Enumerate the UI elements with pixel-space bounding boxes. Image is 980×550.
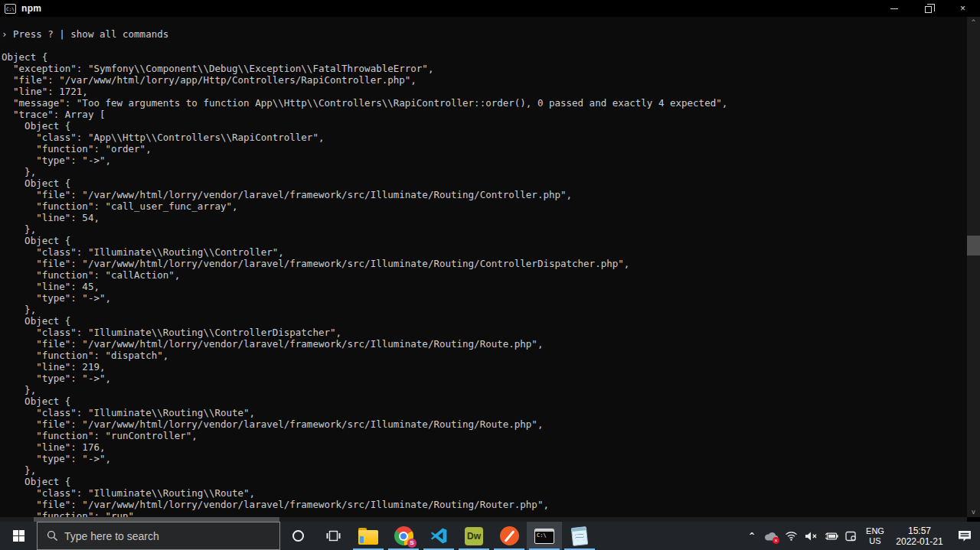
language-region: US	[869, 536, 880, 546]
terminal-line: "file": "/var/www/html/lorry/vendor/lara…	[2, 189, 967, 200]
terminal-line: "function": "run",	[2, 510, 967, 517]
scroll-down-icon[interactable]: v	[967, 506, 980, 517]
terminal-line: "class": "Illuminate\\Routing\\Route",	[2, 407, 967, 418]
clock[interactable]: 15:57 2022-01-21	[890, 522, 949, 550]
terminal-line	[2, 40, 967, 51]
terminal-line: "class": "Illuminate\\Routing\\Controlle…	[2, 327, 967, 338]
vertical-scrollbar[interactable]: ^ v	[967, 17, 980, 517]
minimize-icon	[890, 8, 898, 9]
terminal-line: Object {	[2, 177, 967, 189]
command-prompt-button[interactable]: C:\	[527, 522, 562, 550]
taskbar-search[interactable]	[37, 522, 280, 550]
onedrive-button[interactable]: ×	[761, 522, 781, 550]
onedrive-error-badge: ×	[773, 537, 779, 544]
terminal-line: "type": "->",	[2, 292, 967, 304]
terminal-line: Object {	[2, 315, 967, 327]
cmd-window-icon: C:\	[5, 4, 16, 14]
action-center-icon	[958, 530, 972, 542]
terminal-prompt-line: › Press ? | show all commands	[2, 28, 967, 40]
terminal-line: "class": "Illuminate\\Routing\\Controlle…	[2, 246, 967, 258]
terminal-line: "file": "/var/www/html/lorry/app/Http/Co…	[2, 74, 967, 86]
terminal-line: "function": "runController",	[2, 430, 967, 441]
postman-button[interactable]	[492, 522, 527, 550]
terminal-line: "type": "->",	[2, 155, 967, 166]
taskbar: S Dw C:\ ^ ×	[0, 522, 980, 550]
tray-expand-button[interactable]: ^	[743, 522, 761, 550]
system-tray: ^ ×	[743, 522, 980, 550]
volume-muted-icon	[805, 531, 818, 542]
action-center-button[interactable]	[949, 522, 980, 550]
windows-logo-icon	[13, 530, 24, 542]
terminal-line: "file": "/var/www/html/lorry/vendor/lara…	[2, 258, 967, 269]
language-indicator[interactable]: ENG US	[861, 522, 890, 550]
vscode-icon	[430, 526, 449, 545]
terminal-line: "file": "/var/www/html/lorry/vendor/lara…	[2, 418, 967, 430]
terminal-line: "file": "/var/www/html/lorry/vendor/lara…	[2, 499, 967, 510]
cortana-button[interactable]	[280, 522, 315, 550]
terminal-line: "line": 176,	[2, 441, 967, 453]
terminal-line: "class": "Illuminate\\Routing\\Route",	[2, 487, 967, 499]
terminal-line: "function": "callAction",	[2, 269, 967, 281]
terminal-output: › Press ? | show all commands Object { "…	[0, 17, 967, 517]
file-explorer-button[interactable]	[351, 522, 386, 550]
close-button[interactable]: ×	[946, 0, 980, 17]
clock-date: 2022-01-21	[896, 536, 942, 547]
terminal-line: "line": 219,	[2, 361, 967, 373]
desktop: C:\ npm × › Press ? | show all commands …	[0, 0, 980, 550]
minimize-button[interactable]	[877, 0, 911, 17]
terminal-lines: Object { "exception": "Symfony\\Componen…	[2, 40, 967, 517]
tablet-mode-icon	[844, 531, 857, 542]
search-icon	[47, 530, 58, 542]
dreamweaver-button[interactable]: Dw	[456, 522, 492, 550]
restore-button[interactable]	[911, 0, 946, 17]
cortana-icon	[292, 530, 304, 542]
chrome-button[interactable]: S	[386, 522, 421, 550]
battery-button[interactable]	[821, 522, 841, 550]
terminal-line: },	[2, 166, 967, 177]
terminal-line: Object {	[2, 235, 967, 246]
notepad-icon	[571, 526, 588, 546]
terminal-line: },	[2, 464, 967, 476]
terminal-line: "line": 1721,	[2, 86, 967, 97]
restore-icon	[925, 6, 932, 13]
language-code: ENG	[866, 526, 884, 536]
battery-icon	[824, 532, 838, 541]
wifi-button[interactable]	[781, 522, 801, 550]
terminal-line: },	[2, 304, 967, 315]
terminal-line: "trace": Array [	[2, 109, 967, 120]
window-titlebar: C:\ npm ×	[0, 0, 980, 17]
dreamweaver-icon: Dw	[465, 527, 483, 545]
terminal-line: "file": "/var/www/html/lorry/vendor/lara…	[2, 338, 967, 350]
vscode-button[interactable]	[421, 522, 456, 550]
terminal-line: "line": 45,	[2, 281, 967, 292]
window-title: npm	[21, 3, 41, 14]
terminal-line: Object {	[2, 476, 967, 487]
terminal-line: Object {	[2, 51, 967, 63]
terminal-line: Object {	[2, 395, 967, 407]
terminal-line: Object {	[2, 120, 967, 132]
terminal-line: "type": "->",	[2, 453, 967, 464]
task-view-button[interactable]	[315, 522, 351, 550]
start-button[interactable]	[0, 522, 37, 550]
file-explorer-icon	[358, 530, 378, 545]
volume-button[interactable]	[801, 522, 821, 550]
scroll-up-icon[interactable]: ^	[967, 17, 980, 28]
terminal-line: "line": 54,	[2, 212, 967, 223]
terminal-line: "exception": "Symfony\\Component\\Debug\…	[2, 63, 967, 74]
terminal-line: },	[2, 384, 967, 395]
chrome-profile-badge: S	[407, 539, 416, 548]
postman-icon	[500, 526, 519, 545]
clock-time: 15:57	[908, 526, 931, 536]
search-input[interactable]	[64, 530, 256, 542]
notepad-button[interactable]	[562, 522, 597, 550]
vertical-scrollbar-thumb[interactable]	[967, 236, 980, 255]
terminal-line: "class": "App\\Http\\Controllers\\RapiCo…	[2, 132, 967, 143]
task-view-icon	[326, 530, 341, 542]
window-controls: ×	[877, 0, 980, 17]
terminal-line: "message": "Too few arguments to functio…	[2, 97, 967, 109]
wifi-icon	[785, 531, 798, 541]
terminal-line: "function": "call_user_func_array",	[2, 200, 967, 212]
command-prompt-icon: C:\	[534, 529, 554, 544]
tablet-mode-button[interactable]	[841, 522, 861, 550]
close-icon: ×	[960, 3, 965, 14]
